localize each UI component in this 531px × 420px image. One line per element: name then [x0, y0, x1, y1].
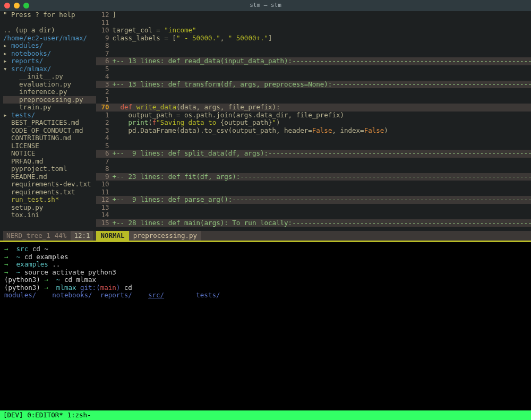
- code-line[interactable]: 8: [96, 165, 531, 173]
- shell-pane[interactable]: → src cd ~→ ~ cd examples→ examples ..→ …: [0, 242, 531, 410]
- nerdtree-file[interactable]: tox.ini: [3, 211, 96, 219]
- code-text[interactable]: class_labels = [" - 50000.", " 50000+."]: [112, 35, 531, 42]
- shell-line[interactable]: → examples ..: [4, 261, 527, 269]
- nerdtree-dir[interactable]: ▸ modules/: [3, 42, 96, 50]
- code-line[interactable]: 11: [96, 19, 531, 27]
- code-text[interactable]: [112, 73, 531, 81]
- code-text[interactable]: [112, 42, 531, 50]
- nerdtree-file[interactable]: CODE_OF_CONDUCT.md: [3, 127, 96, 135]
- code-text[interactable]: output_path = os.path.join(args.data_dir…: [112, 112, 531, 119]
- code-text[interactable]: +-- 13 lines: def read_data(input_data_p…: [112, 57, 531, 65]
- nerdtree-file[interactable]: requirements-dev.txt: [3, 181, 96, 188]
- code-fold[interactable]: 15+-- 28 lines: def main(args): To run l…: [96, 219, 531, 227]
- code-text[interactable]: +-- 9 lines: def split_data(df, args):--…: [112, 150, 531, 158]
- nerdtree-file[interactable]: requirements.txt: [3, 188, 96, 196]
- code-line[interactable]: 1 output_path = os.path.join(args.data_d…: [96, 112, 531, 119]
- code-text[interactable]: [112, 88, 531, 96]
- code-line[interactable]: 1: [96, 96, 531, 104]
- shell-line[interactable]: → src cd ~: [4, 245, 527, 253]
- line-number: 11: [96, 19, 112, 27]
- code-line[interactable]: 70 def write_data(data, args, file_prefi…: [96, 104, 531, 112]
- shell-line[interactable]: → ~ source activate python3: [4, 269, 527, 277]
- nerdtree-file[interactable]: __init__.py: [3, 73, 96, 81]
- code-line[interactable]: 5: [96, 65, 531, 73]
- code-text[interactable]: [112, 134, 531, 142]
- nerdtree-root[interactable]: /home/ec2-user/mlmax/: [3, 35, 96, 42]
- close-icon[interactable]: [4, 3, 10, 8]
- nerdtree-file[interactable]: CONTRIBUTING.md: [3, 134, 96, 142]
- nerdtree-file[interactable]: NOTICE: [3, 150, 96, 158]
- code-text[interactable]: print(f"Saving data to {output_path}"): [112, 119, 531, 127]
- code-line[interactable]: 10target_col = "income": [96, 27, 531, 35]
- nerdtree-file[interactable]: LICENSE: [3, 142, 96, 150]
- code-text[interactable]: [112, 142, 531, 150]
- code-text[interactable]: [112, 158, 531, 166]
- code-text[interactable]: [112, 211, 531, 219]
- code-line[interactable]: 13: [96, 204, 531, 212]
- code-line[interactable]: 14: [96, 211, 531, 219]
- nerdtree-dir[interactable]: ▸ tests/: [3, 112, 96, 119]
- code-text[interactable]: +-- 13 lines: def transform(df, args, pr…: [112, 81, 531, 89]
- shell-line[interactable]: (python3) → mlmax git:(main) cd: [4, 284, 527, 292]
- code-text[interactable]: [112, 188, 531, 196]
- nerdtree-up-dir[interactable]: .. (up a dir): [3, 27, 96, 35]
- tmux-windows[interactable]: [DEV] 0:EDITOR* 1:zsh-: [3, 412, 91, 419]
- code-fold[interactable]: 3+-- 13 lines: def transform(df, args, p…: [96, 81, 531, 89]
- code-text[interactable]: +-- 28 lines: def main(args): To run loc…: [112, 219, 531, 227]
- code-fold[interactable]: 12+-- 9 lines: def parse_arg():---------…: [96, 196, 531, 204]
- line-number: 7: [96, 50, 112, 58]
- nerdtree-dir[interactable]: ▾ src/mlmax/: [3, 65, 96, 73]
- code-text[interactable]: def write_data(data, args, file_prefix):: [112, 104, 531, 112]
- nerdtree-file[interactable]: preprocessing.py: [3, 96, 96, 104]
- code-text[interactable]: pd.DataFrame(data).to_csv(output_path, h…: [112, 127, 531, 135]
- code-text[interactable]: [112, 19, 531, 27]
- zoom-icon[interactable]: [23, 3, 29, 8]
- code-line[interactable]: 4: [96, 134, 531, 142]
- code-fold[interactable]: 6+-- 9 lines: def split_data(df, args):-…: [96, 150, 531, 158]
- code-line[interactable]: 9class_labels = [" - 50000.", " 50000+."…: [96, 35, 531, 42]
- code-text[interactable]: +-- 9 lines: def parse_arg():-----------…: [112, 196, 531, 204]
- minimize-icon[interactable]: [14, 3, 20, 8]
- code-line[interactable]: 4: [96, 73, 531, 81]
- code-line[interactable]: 2: [96, 88, 531, 96]
- code-text[interactable]: [112, 165, 531, 173]
- code-line[interactable]: 2 print(f"Saving data to {output_path}"): [96, 119, 531, 127]
- code-text[interactable]: [112, 65, 531, 73]
- code-fold[interactable]: 6+-- 13 lines: def read_data(input_data_…: [96, 57, 531, 65]
- nerdtree-file[interactable]: train.py: [3, 104, 96, 112]
- code-line[interactable]: 7: [96, 158, 531, 166]
- shell-line[interactable]: (python3) → ~ cd mlmax: [4, 276, 527, 284]
- nerdtree-file[interactable]: PRFAQ.md: [3, 158, 96, 166]
- code-text[interactable]: [112, 50, 531, 58]
- nerdtree-file[interactable]: BEST_PRACTICES.md: [3, 119, 96, 127]
- line-number: 9: [96, 35, 112, 42]
- code-line[interactable]: 10: [96, 181, 531, 188]
- nerdtree-file[interactable]: README.md: [3, 173, 96, 181]
- nerdtree-blank: [3, 19, 96, 27]
- line-number: 4: [96, 73, 112, 81]
- code-text[interactable]: [112, 96, 531, 104]
- code-line[interactable]: 3 pd.DataFrame(data).to_csv(output_path,…: [96, 127, 531, 135]
- nerdtree-dir[interactable]: ▸ reports/: [3, 57, 96, 65]
- shell-line[interactable]: modules/ notebooks/ reports/ src/ tests/: [4, 292, 527, 299]
- nerdtree-dir[interactable]: ▸ notebooks/: [3, 50, 96, 58]
- code-text[interactable]: [112, 204, 531, 212]
- code-fold[interactable]: 9+-- 23 lines: def fit(df, args):-------…: [96, 173, 531, 181]
- nerdtree-file[interactable]: evaluation.py: [3, 81, 96, 89]
- code-text[interactable]: target_col = "income": [112, 27, 531, 35]
- code-text[interactable]: [112, 181, 531, 188]
- nerdtree-file[interactable]: setup.py: [3, 204, 96, 212]
- code-editor[interactable]: 12]1110target_col = "income"9class_label…: [96, 11, 531, 241]
- nerdtree-sidebar[interactable]: " Press ? for help .. (up a dir) /home/e…: [0, 11, 96, 241]
- shell-line[interactable]: → ~ cd examples: [4, 253, 527, 261]
- code-line[interactable]: 8: [96, 42, 531, 50]
- nerdtree-file[interactable]: inference.py: [3, 88, 96, 96]
- code-text[interactable]: +-- 23 lines: def fit(df, args):--------…: [112, 173, 531, 181]
- nerdtree-file[interactable]: pyproject.toml: [3, 165, 96, 173]
- code-line[interactable]: 7: [96, 50, 531, 58]
- code-line[interactable]: 11: [96, 188, 531, 196]
- code-line[interactable]: 12]: [96, 11, 531, 19]
- nerdtree-file[interactable]: run_test.sh*: [3, 196, 96, 204]
- code-line[interactable]: 5: [96, 142, 531, 150]
- code-text[interactable]: ]: [112, 11, 531, 19]
